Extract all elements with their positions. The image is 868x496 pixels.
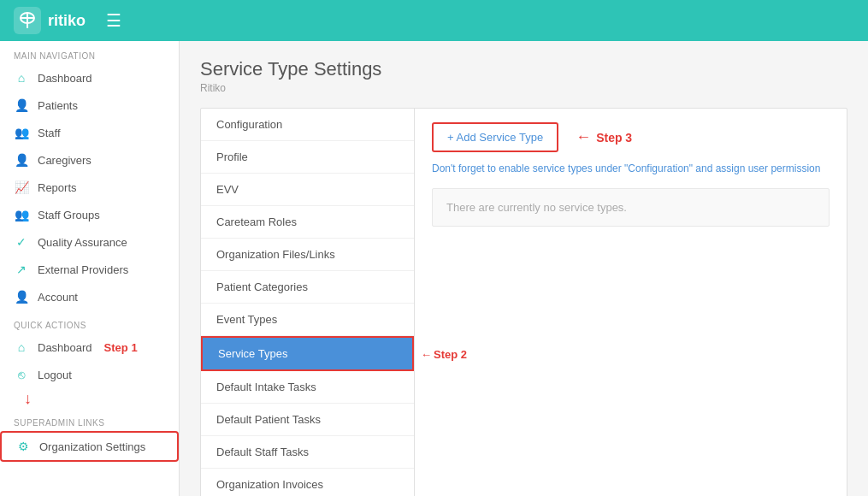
sidebar-item-staff[interactable]: 👥 Staff [0,119,179,146]
home-icon: ⌂ [14,71,29,85]
settings-menu-panel: Configuration Profile EVV Careteam Roles… [201,109,415,496]
menu-item-evv[interactable]: EVV [201,174,414,206]
sidebar-label-logout: Logout [38,369,72,381]
superadmin-label: Superadmin Links [0,408,179,431]
sidebar-label-org-settings: Organization Settings [39,440,145,453]
menu-item-org-invoices[interactable]: Organization Invoices [201,469,414,496]
qa-dashboard-icon: ⌂ [14,340,29,354]
step2-area: Service Types ← Step 2 [201,336,414,371]
step1-annotation: Step 1 [104,341,138,354]
caregivers-icon: 👤 [14,153,29,167]
logo: ritiko [14,7,86,34]
menu-item-patient-categories[interactable]: Patient Categories [201,271,414,304]
sidebar-label-reports: Reports [38,181,77,194]
hamburger-icon[interactable]: ☰ [106,10,121,31]
sidebar: Main Navigation ⌂ Dashboard 👤 Patients 👥… [0,41,180,496]
sidebar-label-qa-dashboard: Dashboard [38,341,92,354]
menu-item-configuration[interactable]: Configuration [201,109,414,141]
step1-arrow: ↓ [0,390,179,408]
sidebar-item-quality-assurance[interactable]: ✓ Quality Assurance [0,228,179,256]
empty-service-types-notice: There are currently no service types. [432,188,830,227]
page-subtitle: Ritiko [200,82,847,94]
qa-icon: ✓ [14,235,29,249]
staff-groups-icon: 👥 [14,208,29,221]
ext-providers-icon: ↗ [14,263,29,276]
menu-item-service-types[interactable]: Service Types [201,336,414,371]
sidebar-label-ext-providers: External Providers [38,263,128,276]
sidebar-label-patients: Patients [38,99,78,112]
quick-actions-label: Quick Actions [0,310,179,334]
content-area: Configuration Profile EVV Careteam Roles… [200,108,847,496]
sidebar-item-qa-dashboard[interactable]: ⌂ Dashboard Step 1 [0,334,179,361]
staff-icon: 👥 [14,126,29,139]
sidebar-label-dashboard: Dashboard [38,72,92,85]
step3-arrow-icon: ← [576,128,591,146]
sidebar-label-staff: Staff [38,127,61,139]
sidebar-label-caregivers: Caregivers [38,154,92,167]
menu-item-org-files[interactable]: Organization Files/Links [201,239,414,271]
step3-label-text: Step 3 [596,131,632,145]
menu-item-default-patient-tasks[interactable]: Default Patient Tasks [201,404,414,436]
sidebar-label-account: Account [38,291,78,304]
reports-icon: 📈 [14,180,29,194]
sidebar-item-account[interactable]: 👤 Account [0,283,179,310]
page-title: Service Type Settings [200,58,847,80]
add-service-type-button[interactable]: + Add Service Type [432,122,558,152]
sidebar-item-caregivers[interactable]: 👤 Caregivers [0,146,179,174]
topbar: ritiko ☰ [0,0,868,41]
sidebar-item-external-providers[interactable]: ↗ External Providers [0,256,179,283]
sidebar-item-org-settings[interactable]: ⚙ Organization Settings [0,431,179,462]
logo-text: ritiko [48,12,86,30]
logout-icon: ⎋ [14,368,29,381]
add-btn-row: + Add Service Type ← Step 3 [432,122,830,152]
config-note: Don't forget to enable service types und… [432,162,830,174]
patients-icon: 👤 [14,98,29,112]
main-nav-label: Main Navigation [0,41,179,64]
menu-item-default-intake-tasks[interactable]: Default Intake Tasks [201,371,414,404]
sidebar-item-staff-groups[interactable]: 👥 Staff Groups [0,201,179,228]
sidebar-item-dashboard[interactable]: ⌂ Dashboard [0,64,179,92]
menu-item-profile[interactable]: Profile [201,141,414,174]
main-content: Service Type Settings Ritiko Configurati… [180,41,868,496]
sidebar-item-logout[interactable]: ⎋ Logout [0,361,179,388]
menu-item-event-types[interactable]: Event Types [201,304,414,336]
account-icon: 👤 [14,290,29,304]
menu-item-default-staff-tasks[interactable]: Default Staff Tasks [201,436,414,469]
sidebar-item-patients[interactable]: 👤 Patients [0,92,179,119]
org-settings-icon: ⚙ [15,440,31,453]
step3-annotation: ← Step 3 [576,128,632,146]
service-types-panel: + Add Service Type ← Step 3 Don't forget… [415,109,847,496]
sidebar-label-qa: Quality Assurance [38,236,127,249]
sidebar-item-reports[interactable]: 📈 Reports [0,174,179,201]
sidebar-label-staff-groups: Staff Groups [38,209,100,221]
menu-item-careteam-roles[interactable]: Careteam Roles [201,206,414,239]
